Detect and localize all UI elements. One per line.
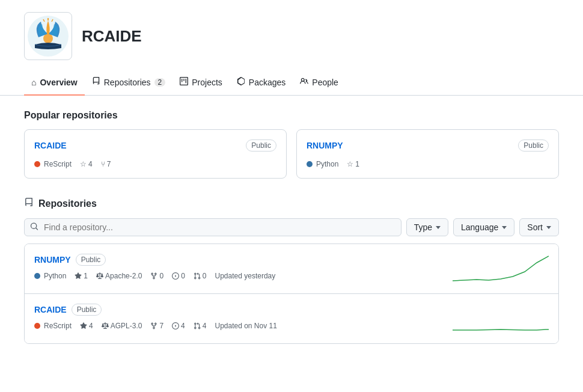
sort-filter-button[interactable]: Sort (519, 218, 559, 236)
list-prs-rcaide: 4 (194, 322, 207, 330)
lang-dot-rescript-list (34, 323, 40, 329)
chevron-down-icon (546, 226, 551, 229)
table-row: RNUMPY Public Python 1 (25, 244, 558, 294)
search-input[interactable] (24, 218, 401, 236)
list-issues-rnumpy: 0 (172, 272, 185, 280)
star-icon: ☆ (347, 160, 353, 168)
lang-dot-rescript (34, 161, 40, 167)
repo-section-icon (24, 198, 34, 210)
list-updated-rnumpy: Updated yesterday (215, 272, 276, 280)
chevron-down-icon (436, 226, 441, 229)
repositories-section: Repositories Type Language (24, 198, 559, 344)
popular-repo-name-rnumpy[interactable]: RNUMPY (307, 141, 343, 150)
list-lang-rnumpy: Python (34, 272, 66, 280)
popular-repo-forks-rcaide: ⑂ 7 (101, 160, 111, 168)
popular-repos-title: Popular repositories (24, 110, 559, 121)
org-header: RCAIDE (0, 0, 583, 70)
list-forks-rnumpy: 0 (150, 272, 163, 280)
nav-item-overview[interactable]: ⌂ Overview (24, 70, 85, 96)
star-icon: ☆ (80, 160, 87, 168)
list-stars-rnumpy: 1 (75, 272, 88, 280)
popular-repo-lang-rcaide: ReScript (34, 160, 72, 168)
org-name: RCAIDE (82, 27, 142, 46)
projects-icon (180, 77, 188, 87)
list-prs-rnumpy: 0 (194, 272, 207, 280)
popular-repo-visibility-rnumpy: Public (518, 139, 549, 152)
popular-repo-visibility-rcaide: Public (246, 139, 276, 152)
list-updated-rcaide: Updated on Nov 11 (215, 322, 276, 330)
nav-item-repositories[interactable]: Repositories 2 (85, 70, 173, 96)
nav-item-packages[interactable]: Packages (230, 70, 293, 96)
nav-item-projects[interactable]: Projects (172, 70, 230, 96)
popular-repo-lang-rnumpy: Python (307, 160, 338, 168)
lang-dot-python (307, 161, 313, 167)
list-license-rcaide: AGPL-3.0 (102, 322, 142, 330)
popular-repo-card-rcaide: RCAIDE Public ReScript ☆ 4 ⑂ (24, 129, 287, 179)
repo-list-name-rcaide[interactable]: RCAIDE (34, 305, 67, 314)
packages-icon (237, 77, 245, 87)
popular-repos-section: Popular repositories RCAIDE Public ReScr… (24, 110, 559, 179)
popular-repo-card-rnumpy: RNUMPY Public Python ☆ 1 (296, 129, 559, 179)
repositories-header: Repositories (24, 198, 559, 210)
repo-list-visibility-rnumpy: Public (76, 254, 106, 266)
repo-chart-rnumpy (453, 254, 549, 284)
type-filter-button[interactable]: Type (406, 218, 448, 236)
repositories-title: Repositories (38, 198, 97, 209)
list-forks-rcaide: 7 (150, 322, 163, 330)
language-filter-button[interactable]: Language (453, 218, 514, 236)
nav-item-people[interactable]: People (293, 70, 346, 96)
popular-repo-stars-rnumpy: ☆ 1 (347, 160, 359, 168)
repo-list-name-rnumpy[interactable]: RNUMPY (34, 255, 71, 265)
home-icon: ⌂ (31, 78, 36, 87)
repo-list: RNUMPY Public Python 1 (24, 243, 559, 344)
popular-repo-name-rcaide[interactable]: RCAIDE (34, 141, 67, 150)
org-logo (24, 12, 72, 60)
repo-chart-rcaide (453, 304, 549, 334)
list-stars-rcaide: 4 (80, 322, 93, 330)
org-nav: ⌂ Overview Repositories 2 Projects Packa… (0, 70, 583, 96)
repos-filters: Type Language Sort (24, 218, 559, 236)
popular-repos-grid: RCAIDE Public ReScript ☆ 4 ⑂ (24, 129, 559, 179)
repo-list-visibility-rcaide: Public (72, 304, 102, 316)
main-content: Popular repositories RCAIDE Public ReScr… (0, 96, 583, 358)
list-lang-rcaide: ReScript (34, 322, 72, 330)
svg-point-1 (43, 34, 53, 43)
chevron-down-icon (502, 226, 507, 229)
lang-dot-python-list (34, 273, 40, 279)
search-icon (30, 222, 38, 233)
popular-repo-stars-rcaide: ☆ 4 (80, 160, 93, 168)
search-wrapper (24, 218, 401, 236)
table-row: RCAIDE Public ReScript 4 (25, 294, 558, 343)
repo-icon (92, 77, 100, 87)
list-issues-rcaide: 4 (172, 322, 185, 330)
people-icon (300, 77, 308, 87)
fork-icon: ⑂ (101, 160, 105, 168)
list-license-rnumpy: Apache-2.0 (96, 272, 142, 280)
